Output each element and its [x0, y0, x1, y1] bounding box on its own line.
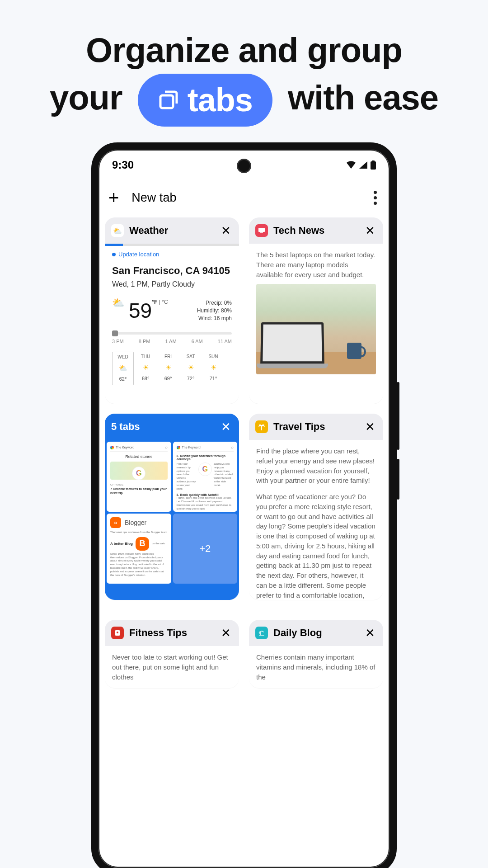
tabs-badge: tabs	[138, 74, 272, 127]
tech-favicon	[255, 224, 268, 237]
svg-rect-0	[160, 95, 173, 108]
travel-p1: Find the place where you can rest, refue…	[256, 446, 376, 486]
phone-camera	[237, 159, 251, 173]
tab-group-title: 5 tabs	[111, 421, 214, 433]
fitness-snippet: Never too late to start working out! Get…	[112, 652, 232, 682]
close-tab-icon[interactable]: ✕	[219, 224, 233, 237]
fitness-favicon	[111, 627, 124, 639]
monitor-icon	[258, 227, 265, 234]
headline-line1: Organize and group	[86, 31, 402, 69]
weather-forecast: WED⛅62° THU☀68° FRI☀69° SAT☀72° SUN☀71° …	[112, 352, 232, 385]
weather-favicon: ⛅	[111, 224, 124, 237]
group-mini-tab[interactable]: The Keyword⌕ Related stories G CHROME 7 …	[107, 442, 171, 512]
close-tab-icon[interactable]: ✕	[219, 626, 233, 640]
svg-rect-1	[371, 161, 376, 170]
travel-favicon	[255, 420, 268, 433]
close-tab-icon[interactable]: ✕	[363, 420, 377, 434]
svg-rect-4	[260, 232, 263, 233]
more-menu-icon[interactable]	[374, 191, 380, 205]
tab-card-daily-blog[interactable]: Daily Blog ✕ Cherries contain many impor…	[249, 620, 383, 688]
palm-icon	[258, 423, 265, 430]
tech-snippet: The 5 best laptops on the market today. …	[256, 250, 376, 279]
status-time: 9:30	[112, 159, 134, 171]
tab-title: Fitness Tips	[129, 627, 214, 639]
update-location-link[interactable]: Update location	[112, 250, 232, 259]
new-tab-label[interactable]: New tab	[131, 191, 176, 205]
group-mini-tab[interactable]: B Blogger The latest tips and news from …	[107, 514, 171, 584]
weather-stats: Precip: 0% Humidity: 80% Wind: 16 mph	[197, 299, 232, 322]
tab-title: Travel Tips	[273, 421, 358, 433]
tab-title: Daily Blog	[273, 627, 358, 639]
group-mini-tab[interactable]: The Keyword⌕ 2. Revisit your searches th…	[173, 442, 238, 512]
weather-time-slider[interactable]	[112, 332, 232, 335]
tab-switcher-toolbar: + New tab	[99, 176, 389, 217]
tab-card-travel-tips[interactable]: Travel Tips ✕ Find the place where you c…	[249, 414, 383, 600]
svg-point-6	[117, 632, 118, 633]
unit-c[interactable]: °C	[162, 299, 168, 305]
weather-hours: 3 PM 8 PM 1 AM 6 AM 11 AM	[112, 338, 232, 345]
wifi-icon	[346, 161, 356, 169]
new-tab-icon[interactable]: +	[108, 189, 119, 207]
tab-card-fitness-tips[interactable]: Fitness Tips ✕ Never too late to start w…	[105, 620, 239, 688]
phone-side-button	[397, 382, 399, 450]
close-tab-icon[interactable]: ✕	[363, 224, 377, 237]
signal-icon	[359, 161, 368, 169]
phone-side-button	[397, 459, 399, 500]
tab-title: Weather	[129, 225, 214, 236]
headline-your: your	[50, 78, 122, 116]
close-group-icon[interactable]: ✕	[219, 420, 233, 434]
weather-condition-icon: ⛅	[112, 296, 124, 310]
promo-headline: Organize and group your tabs with ease	[0, 0, 488, 127]
tab-card-weather[interactable]: ⛅ Weather ✕ Update location San Francisc…	[105, 217, 239, 404]
unit-f[interactable]: °F	[152, 299, 157, 305]
phone-mockup: 9:30 + New tab ⛅ Weather	[91, 142, 397, 868]
battery-icon	[371, 160, 376, 170]
tech-article-image	[256, 284, 376, 374]
blog-favicon	[255, 627, 268, 639]
close-tab-icon[interactable]: ✕	[363, 626, 377, 640]
weather-subtitle: Wed, 1 PM, Partly Cloudy	[112, 279, 232, 289]
svg-rect-3	[258, 228, 265, 232]
tab-group-card[interactable]: 5 tabs ✕ The Keyword⌕ Related stories G …	[105, 414, 239, 600]
scale-icon	[114, 629, 121, 637]
weather-temp: 59 °F | °C	[129, 296, 168, 326]
group-overflow-count[interactable]: +2	[173, 514, 238, 584]
tab-title: Tech News	[273, 225, 358, 236]
tabs-icon	[158, 89, 179, 111]
blog-snippet: Cherries contain many important vitamins…	[256, 652, 376, 682]
beach-icon	[258, 629, 265, 637]
badge-text: tabs	[188, 78, 253, 122]
travel-p2: What type of vacationer are you? Do you …	[256, 492, 376, 600]
svg-rect-2	[372, 160, 375, 162]
weather-city: San Francisco, CA 94105	[112, 264, 232, 278]
headline-tail: with ease	[288, 78, 438, 116]
tab-card-tech-news[interactable]: Tech News ✕ The 5 best laptops on the ma…	[249, 217, 383, 404]
